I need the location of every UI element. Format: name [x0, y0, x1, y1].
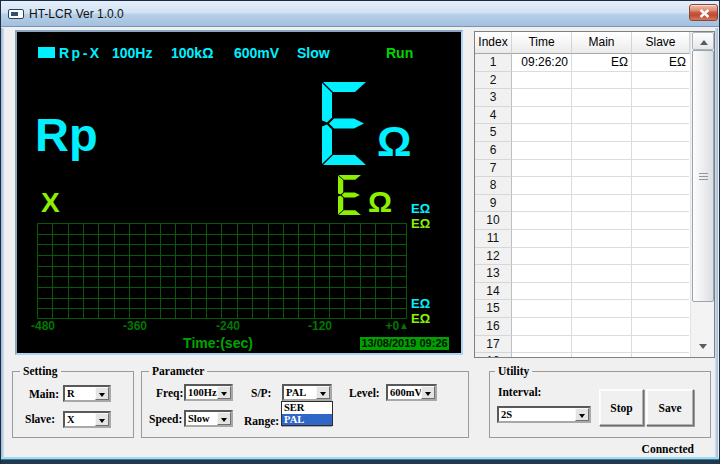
- scrollbar-down-button[interactable]: [692, 337, 714, 355]
- row-index-cell: 6: [475, 142, 512, 160]
- display-speed: Slow: [297, 45, 330, 61]
- row-time-cell: [512, 160, 572, 178]
- table-row[interactable]: 109:26:20EΩEΩ: [475, 54, 690, 72]
- table-row[interactable]: 8: [475, 177, 690, 195]
- app-icon: [8, 9, 24, 19]
- side-label-main-top: EΩ: [411, 202, 430, 215]
- row-slave-cell: [632, 248, 689, 266]
- side-label-slave-top: EΩ: [411, 217, 430, 230]
- slave-value-sevenseg-E: [338, 175, 361, 215]
- main-combobox[interactable]: R: [63, 385, 111, 402]
- main-combobox-value: R: [67, 388, 75, 399]
- row-main-cell: [572, 318, 632, 336]
- slave-label: Slave:: [25, 413, 55, 425]
- row-index-cell: 1: [475, 54, 512, 72]
- col-header-slave[interactable]: Slave: [632, 32, 690, 54]
- interval-combobox[interactable]: 2S: [497, 406, 591, 423]
- row-main-cell: [572, 195, 632, 213]
- row-main-cell: [572, 336, 632, 354]
- display-run-status: Run: [386, 45, 413, 61]
- main-parameter-label: Rp: [35, 111, 98, 158]
- scrollbar-thumb[interactable]: [692, 50, 714, 302]
- row-slave-cell: [632, 230, 689, 248]
- freq-combobox-value: 100Hz: [188, 387, 217, 398]
- row-slave-cell: [632, 124, 689, 142]
- row-main-cell: [572, 142, 632, 160]
- col-header-index[interactable]: Index: [475, 32, 512, 54]
- mode-indicator-square: [38, 47, 55, 58]
- table-row[interactable]: 2: [475, 72, 690, 90]
- table-row[interactable]: 14: [475, 283, 690, 301]
- level-combobox-arrow[interactable]: [421, 386, 435, 399]
- speed-combobox[interactable]: Slow: [184, 410, 233, 427]
- save-button[interactable]: Save: [646, 389, 694, 426]
- table-row[interactable]: 5: [475, 124, 690, 142]
- row-time-cell: [512, 124, 572, 142]
- table-row[interactable]: 18: [475, 353, 690, 358]
- table-row[interactable]: 15: [475, 300, 690, 318]
- row-slave-cell: [632, 142, 689, 160]
- window-border-left: [1, 28, 4, 464]
- freq-label: Freq:: [156, 387, 183, 399]
- dropdown-option-PAL[interactable]: PAL: [282, 414, 332, 426]
- table-row[interactable]: 12: [475, 248, 690, 266]
- freq-combobox[interactable]: 100Hz: [184, 384, 233, 401]
- interval-combobox-arrow[interactable]: [575, 408, 589, 421]
- row-slave-cell: [632, 160, 689, 178]
- row-slave-cell: [632, 177, 689, 195]
- table-row[interactable]: 16: [475, 318, 690, 336]
- row-time-cell: [512, 142, 572, 160]
- row-slave-cell: [632, 265, 689, 283]
- row-slave-cell: [632, 318, 689, 336]
- main-combobox-arrow[interactable]: [95, 387, 109, 400]
- table-row[interactable]: 13: [475, 265, 690, 283]
- table-body: 109:26:20EΩEΩ23456789101112131415161718: [475, 54, 690, 358]
- row-time-cell: 09:26:20: [512, 54, 572, 72]
- close-button[interactable]: [689, 4, 718, 21]
- axis-arrow-icon: ▲: [399, 320, 409, 331]
- x-tick-0: -480: [21, 320, 65, 332]
- x-tick-3: -120: [298, 320, 342, 332]
- level-combobox[interactable]: 600mV: [386, 384, 437, 401]
- dropdown-option-SER[interactable]: SER: [282, 402, 332, 414]
- sp-combobox-arrow[interactable]: [316, 386, 330, 399]
- display-freq: 100Hz: [112, 45, 152, 61]
- table-row[interactable]: 4: [475, 107, 690, 125]
- scrollbar-up-button[interactable]: [692, 32, 714, 50]
- sp-dropdown-list: SERPAL: [281, 401, 333, 426]
- row-index-cell: 11: [475, 230, 512, 248]
- table-row[interactable]: 3: [475, 89, 690, 107]
- row-index-cell: 4: [475, 107, 512, 125]
- row-main-cell: [572, 230, 632, 248]
- datetime-display: 13/08/2019 09:26: [360, 337, 449, 350]
- table-row[interactable]: 7: [475, 160, 690, 178]
- row-main-cell: [572, 177, 632, 195]
- col-header-main[interactable]: Main: [572, 32, 632, 54]
- row-index-cell: 3: [475, 89, 512, 107]
- x-tick-1: -360: [113, 320, 157, 332]
- slave-combobox-arrow[interactable]: [95, 413, 109, 426]
- sp-combobox[interactable]: PAL: [282, 384, 332, 401]
- row-time-cell: [512, 353, 572, 358]
- row-slave-cell: [632, 300, 689, 318]
- setting-group-label: Setting: [20, 365, 61, 378]
- table-row[interactable]: 11: [475, 230, 690, 248]
- row-main-cell: [572, 89, 632, 107]
- main-value-sevenseg-E: [322, 82, 366, 165]
- freq-combobox-arrow[interactable]: [217, 386, 231, 399]
- table-scrollbar[interactable]: [690, 32, 714, 357]
- table-row[interactable]: 10: [475, 212, 690, 230]
- interval-combobox-value: 2S: [501, 409, 512, 420]
- table-row[interactable]: 9: [475, 195, 690, 213]
- row-index-cell: 13: [475, 265, 512, 283]
- stop-button[interactable]: Stop: [599, 389, 644, 426]
- speed-combobox-arrow[interactable]: [217, 412, 231, 425]
- col-header-time[interactable]: Time: [512, 32, 572, 54]
- utility-group-label: Utility: [495, 365, 532, 378]
- slave-combobox[interactable]: X: [63, 411, 111, 428]
- table-row[interactable]: 17: [475, 336, 690, 354]
- table-row[interactable]: 6: [475, 142, 690, 160]
- level-combobox-value: 600mV: [390, 387, 422, 398]
- row-main-cell: [572, 72, 632, 90]
- sp-label: S/P:: [251, 387, 271, 399]
